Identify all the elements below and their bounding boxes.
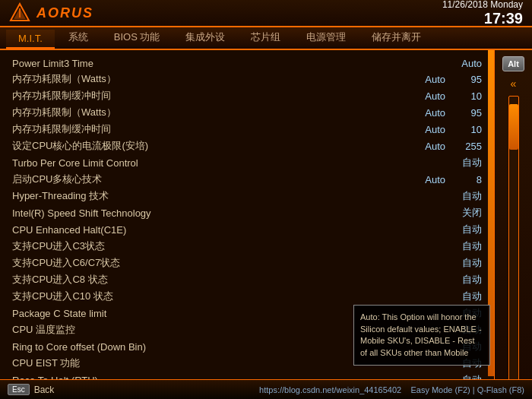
table-row[interactable]: 内存功耗限制缓冲时间Auto10 — [9, 87, 485, 104]
double-chevron-left-icon: « — [511, 78, 517, 90]
setting-value: Auto — [400, 174, 445, 185]
setting-value: 自动 — [436, 290, 482, 303]
logo-area: AORUS — [9, 2, 93, 24]
tab-system[interactable]: 系统 — [56, 27, 100, 49]
bottom-bar: Esc Back https://blog.csdn.net/weixin_44… — [0, 379, 532, 399]
table-row[interactable]: 内存功耗限制缓冲时间Auto10 — [9, 121, 485, 138]
setting-name: 支持CPU进入C6/C7状态 — [12, 256, 436, 270]
bottom-left: Esc Back — [8, 384, 54, 395]
setting-name: Power Limit3 Time — [12, 58, 436, 69]
setting-value: Auto — [400, 141, 445, 152]
table-row[interactable]: 支持CPU进入C6/C7状态自动 — [9, 255, 485, 271]
table-row[interactable]: 支持CPU进入C10 状态自动 — [9, 288, 485, 305]
setting-value: Auto — [400, 124, 445, 135]
setting-name: 设定CPU核心的电流极限(安培) — [12, 139, 400, 153]
date-text: 11/26/2018 Monday — [442, 0, 523, 10]
setting-name: 支持CPU进入C8 状态 — [12, 273, 436, 287]
scrollbar-thumb[interactable] — [509, 104, 518, 150]
setting-name: 内存功耗限制缓冲时间 — [12, 122, 400, 136]
setting-name: 内存功耗限制缓冲时间 — [12, 89, 400, 103]
scrollbar-track[interactable] — [508, 96, 519, 390]
tooltip-box: Auto: This Option will honor the Silicon… — [353, 305, 490, 366]
setting-value: Auto — [400, 107, 445, 119]
setting-name: Hyper-Threading 技术 — [12, 189, 436, 203]
table-row[interactable]: CPU Enhanced Halt(C1E)自动 — [9, 221, 485, 238]
datetime: 11/26/2018 Monday 17:39 — [442, 0, 523, 27]
bottom-hint: https://blog.csdn.net/weixin_44165402 Ea… — [259, 385, 524, 394]
main-content: Power Limit3 TimeAuto内存功耗限制（Watts）Auto95… — [0, 50, 532, 396]
setting-name: 支持CPU进入C3状态 — [12, 239, 436, 253]
setting-name: 支持CPU进入C10 状态 — [12, 290, 436, 303]
setting-value: Auto — [400, 74, 445, 85]
table-row[interactable]: Intel(R) Speed Shift Technology关闭 — [9, 204, 485, 221]
nav-tabs: M.I.T. 系统 BIOS 功能 集成外设 芯片组 电源管理 储存并离开 — [0, 27, 532, 50]
tab-mit[interactable]: M.I.T. — [6, 30, 55, 49]
aorus-logo-icon — [9, 2, 30, 24]
setting-value: 自动 — [436, 273, 482, 287]
setting-value: 自动 — [436, 223, 482, 236]
table-row[interactable]: 内存功耗限制（Watts）Auto95 — [9, 71, 485, 87]
table-row[interactable]: 内存功耗限制（Watts）Auto95 — [9, 104, 485, 121]
setting-name: Intel(R) Speed Shift Technology — [12, 207, 436, 219]
right-sidebar: Alt « — [494, 50, 532, 396]
setting-extra: 95 — [451, 74, 482, 85]
setting-extra: 10 — [451, 124, 482, 135]
setting-name: 内存功耗限制（Watts） — [12, 72, 400, 86]
tab-chipset[interactable]: 芯片组 — [239, 27, 293, 49]
tab-save[interactable]: 储存并离开 — [359, 27, 433, 49]
top-bar: AORUS 11/26/2018 Monday 17:39 — [0, 0, 532, 27]
url-text: https://blog.csdn.net/weixin_44165402 — [259, 385, 401, 394]
table-row[interactable]: Turbo Per Core Limit Control自动 — [9, 154, 485, 171]
time-text: 17:39 — [442, 10, 523, 27]
table-row[interactable]: 设定CPU核心的电流极限(安培)Auto255 — [9, 138, 485, 154]
tab-power[interactable]: 电源管理 — [294, 27, 358, 49]
setting-value: 自动 — [436, 256, 482, 270]
setting-value: Auto — [436, 58, 482, 69]
tab-bios[interactable]: BIOS 功能 — [102, 27, 173, 49]
logo-text: AORUS — [36, 5, 93, 21]
hint-text: Easy Mode (F2) | Q-Flash (F8) — [410, 385, 524, 394]
tooltip-text: Auto: This Option will honor the Silicon… — [360, 312, 482, 356]
setting-name: 启动CPU多核心技术 — [12, 173, 400, 186]
setting-value: 关闭 — [436, 206, 482, 220]
table-row[interactable]: Power Limit3 TimeAuto — [9, 56, 485, 71]
setting-value: 自动 — [436, 189, 482, 203]
setting-value: Auto — [400, 90, 445, 102]
setting-extra: 10 — [451, 90, 482, 102]
table-row[interactable]: 启动CPU多核心技术Auto8 — [9, 171, 485, 188]
back-label: Back — [34, 385, 55, 395]
setting-value: 自动 — [436, 239, 482, 253]
table-row[interactable]: 支持CPU进入C8 状态自动 — [9, 271, 485, 288]
alt-button[interactable]: Alt — [502, 56, 524, 71]
setting-name: Turbo Per Core Limit Control — [12, 157, 436, 169]
setting-name: 内存功耗限制（Watts） — [12, 106, 400, 119]
tab-peripherals[interactable]: 集成外设 — [173, 27, 237, 49]
table-row[interactable]: 支持CPU进入C3状态自动 — [9, 238, 485, 255]
table-row[interactable]: Hyper-Threading 技术自动 — [9, 188, 485, 204]
setting-extra: 8 — [451, 174, 482, 185]
setting-name: CPU Enhanced Halt(C1E) — [12, 224, 436, 236]
setting-extra: 255 — [451, 141, 482, 152]
esc-key[interactable]: Esc — [8, 384, 30, 395]
setting-value: 自动 — [436, 156, 482, 169]
setting-extra: 95 — [451, 107, 482, 119]
